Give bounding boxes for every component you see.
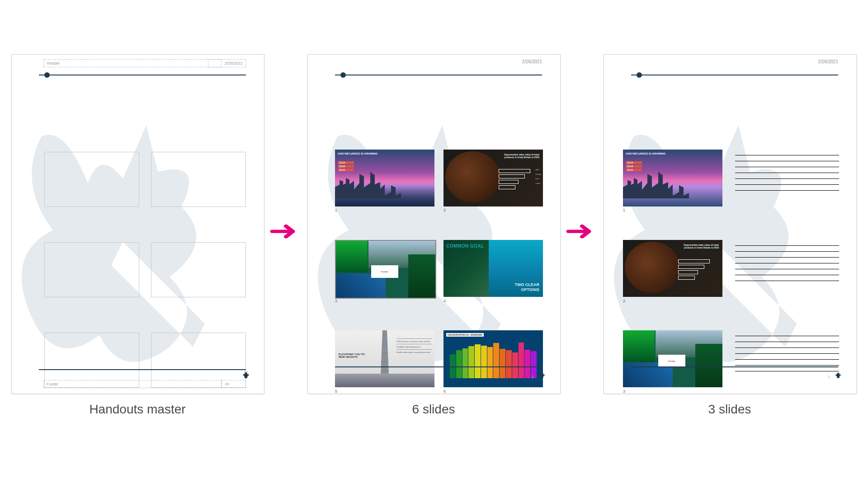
header-accent-dot: [44, 72, 50, 78]
slide3-caption: scope.: [371, 265, 398, 278]
arrow-icon: ➜: [564, 215, 594, 246]
slide1-title: OUR INFLUENCE IS GROWING: [626, 152, 665, 155]
slide3-caption: scope.: [658, 355, 685, 367]
footer-divider: [39, 369, 246, 370]
page-date: 2/26/2021: [818, 59, 839, 64]
slide-number: 1: [623, 208, 625, 212]
header-divider: [335, 75, 542, 75]
header-divider: [39, 75, 246, 75]
bee-icon: [537, 370, 547, 381]
caption-6slides: 6 slides: [307, 402, 560, 417]
page-number-placeholder[interactable]: ‹#›: [222, 380, 246, 388]
slide-thumbnail-4: COMMON GOAL TWO CLEAR OPTIONS: [443, 240, 543, 297]
bee-icon: [241, 370, 251, 381]
handout-6-slides-page: 2/26/2021 OUR INFLUENCE IS GROWING 2019 …: [307, 54, 561, 394]
slide5-title: ELEVATING YOU TO NEW HEIGHTS: [339, 353, 370, 358]
slide-number: 3: [335, 299, 337, 303]
header-divider: [631, 75, 838, 75]
legend-item: Poultry: [536, 172, 541, 177]
slide4-sub: TWO CLEAR OPTIONS: [512, 282, 539, 292]
footer-divider: [631, 366, 838, 367]
slide1-row: 2019: [626, 161, 642, 164]
legend-item: Lamb: [536, 181, 541, 186]
header-placeholder[interactable]: Header: [43, 59, 222, 67]
slide-thumbnail-3: scope.: [623, 330, 722, 387]
slide5-bullet: 250% Increase in business client retenti…: [396, 338, 432, 344]
slide-number: 2: [623, 299, 625, 303]
slide-slot-2: [151, 152, 246, 207]
slide-number: 3: [623, 389, 625, 394]
slide-thumbnail-3: scope.: [335, 240, 436, 299]
slide1-row: 2018: [626, 165, 642, 168]
notes-lines: [735, 155, 839, 196]
slide-thumbnail-1: OUR INFLUENCE IS GROWING 2019 2018 2015: [335, 150, 434, 206]
bee-icon: [833, 370, 844, 381]
page-number: 1: [828, 375, 830, 379]
slide-thumbnail-5: ELEVATING YOU TO NEW HEIGHTS 250% Increa…: [335, 330, 434, 387]
slide-thumbnail-1: OUR INFLUENCE IS GROWING 2019 2018 2015: [623, 150, 722, 206]
slide-thumbnail-6: GEOGRAPHICAL DEMAND: [443, 330, 543, 387]
notes-lines: [735, 336, 839, 377]
legend-item: Beef: [536, 168, 541, 172]
slide4-title: COMMON GOAL: [446, 244, 484, 249]
caption-master: Handouts master: [11, 402, 264, 417]
slide5-bullet: Flexible subscription using what you nee…: [396, 349, 432, 355]
arrow-icon: ➜: [268, 215, 297, 246]
slide-slot-6: [151, 333, 246, 388]
notes-lines: [735, 245, 839, 286]
slide1-row: 2018: [338, 165, 354, 168]
footer-divider: [335, 366, 542, 367]
caption-3slides: 3 slides: [604, 402, 856, 417]
legend-item: Pork: [536, 177, 541, 181]
slide2-title: Supermarket sales value of meat products…: [499, 153, 539, 159]
handout-master-page: Header 2/26/2021 Footer ‹#›: [11, 54, 264, 394]
slide-slot-3: [44, 242, 139, 297]
header-accent-dot: [340, 72, 346, 78]
slide-slot-5: [44, 333, 139, 388]
slide-thumbnail-2: Supermarket sales value of meat products…: [623, 240, 722, 297]
footer-placeholder[interactable]: Footer: [43, 380, 222, 388]
slide-thumbnail-2: Supermarket sales value of meat products…: [443, 150, 543, 206]
slide-slot-4: [151, 242, 246, 297]
slide1-row: 2019: [338, 161, 354, 164]
slide-number: 2: [443, 208, 446, 212]
slide-number: 6: [443, 389, 446, 394]
date-placeholder[interactable]: 2/26/2021: [208, 59, 246, 67]
slide2-title: Supermarket sales value of meat products…: [678, 244, 719, 249]
slide-slot-1: [44, 152, 139, 207]
slide1-title: OUR INFLUENCE IS GROWING: [338, 152, 377, 155]
slide-number: 5: [335, 389, 337, 394]
header-accent-dot: [637, 72, 642, 78]
slide-number: 1: [335, 208, 337, 212]
handout-3-slides-page: 2/26/2021 OUR INFLUENCE IS GROWING 2019 …: [604, 54, 857, 394]
slide5-bullet: Simplified onboarding process: [396, 344, 432, 349]
slide-number: 4: [443, 299, 446, 303]
page-number: 1: [532, 375, 534, 379]
page-date: 2/26/2021: [522, 59, 542, 64]
